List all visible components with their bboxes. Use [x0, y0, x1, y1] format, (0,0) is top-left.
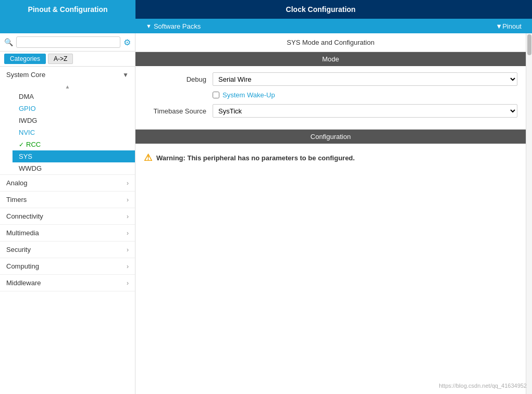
multimedia-label: Multimedia [6, 229, 39, 237]
warning-icon: ⚠ [144, 152, 152, 163]
sidebar-item-sys[interactable]: SYS [13, 150, 135, 162]
wakeup-row: System Wake-Up [213, 91, 517, 99]
timebase-row: Timebase Source SysTick TIM1 TIM2 [144, 104, 517, 118]
sidebar-item-computing[interactable]: Computing › [0, 258, 135, 275]
check-icon-rcc: ✓ [19, 141, 24, 148]
sidebar-item-iwdg[interactable]: IWDG [13, 115, 135, 126]
system-core-header[interactable]: System Core ▼ [0, 67, 135, 83]
pinout-button[interactable]: ▼ Pinout [485, 22, 532, 30]
system-core-items: DMA GPIO IWDG NVIC ✓ RCC SYS [0, 91, 135, 174]
chevron-right-middleware: › [127, 279, 129, 287]
security-label: Security [6, 246, 31, 253]
software-packs-label: Software Packs [154, 22, 201, 30]
chevron-down-icon-pinout: ▼ [496, 22, 502, 30]
software-packs-button[interactable]: ▼ Software Packs [135, 22, 211, 30]
pinout-label: Pinout [502, 22, 522, 30]
dma-label: DMA [19, 93, 34, 100]
tab-pinout[interactable]: Pinout & Configuration [0, 0, 135, 19]
content-area: SYS Mode and Configuration Mode Debug Se… [135, 33, 526, 394]
timers-label: Timers [6, 196, 27, 204]
category-tabs: Categories A->Z [0, 52, 135, 67]
computing-label: Computing [6, 262, 39, 270]
sidebar-item-security[interactable]: Security › [0, 242, 135, 258]
nvic-label: NVIC [19, 129, 35, 136]
tab-atoz[interactable]: A->Z [48, 54, 73, 64]
timebase-select[interactable]: SysTick TIM1 TIM2 [213, 104, 517, 118]
warning-box: ⚠ Warning: This peripheral has no parame… [144, 152, 517, 163]
chevron-right-timers: › [127, 196, 129, 204]
search-bar: 🔍 ⚙ [0, 33, 135, 52]
mode-section: Debug Serial Wire No Debug Trace Asynchr… [135, 66, 526, 130]
system-wakeup-checkbox[interactable] [213, 92, 219, 98]
search-icon: 🔍 [4, 38, 13, 46]
sidebar-item-wwdg[interactable]: WWDG [13, 162, 135, 174]
chevron-right-security: › [127, 246, 129, 253]
sys-label: SYS [19, 152, 32, 160]
sub-header: ▼ Software Packs ▼ Pinout [0, 19, 532, 33]
sidebar: 🔍 ⚙ Categories A->Z System Core ▼ ▲ DMA … [0, 33, 135, 394]
chevron-right-multimedia: › [127, 230, 129, 237]
rcc-label: RCC [26, 141, 41, 148]
wwdg-label: WWDG [19, 164, 42, 172]
content-title: SYS Mode and Configuration [135, 33, 526, 52]
warning-text: Warning: This peripheral has no paramete… [156, 154, 355, 162]
sidebar-item-multimedia[interactable]: Multimedia › [0, 225, 135, 242]
tab-extra [506, 0, 532, 19]
tab-clock[interactable]: Clock Configuration [135, 0, 506, 19]
sidebar-item-connectivity[interactable]: Connectivity › [0, 208, 135, 225]
iwdg-label: IWDG [19, 117, 37, 124]
gpio-label: GPIO [19, 105, 36, 112]
scrollbar-thumb[interactable] [527, 34, 531, 55]
debug-row: Debug Serial Wire No Debug Trace Asynchr… [144, 72, 517, 86]
chevron-down-icon: ▼ [146, 23, 152, 29]
analog-label: Analog [6, 179, 27, 187]
sidebar-item-timers[interactable]: Timers › [0, 192, 135, 208]
chevron-right-computing: › [127, 263, 129, 270]
scrollbar-track[interactable] [526, 33, 532, 394]
scroll-up-indicator: ▲ [0, 83, 135, 91]
sidebar-item-middleware[interactable]: Middleware › [0, 275, 135, 291]
tab-categories[interactable]: Categories [4, 54, 46, 64]
main-layout: 🔍 ⚙ Categories A->Z System Core ▼ ▲ DMA … [0, 33, 532, 394]
debug-select[interactable]: Serial Wire No Debug Trace Asynchronous … [213, 72, 517, 86]
mode-section-header: Mode [135, 52, 526, 66]
gear-icon[interactable]: ⚙ [123, 37, 131, 47]
sidebar-item-gpio[interactable]: GPIO [13, 103, 135, 115]
sidebar-item-analog[interactable]: Analog › [0, 175, 135, 192]
sidebar-item-dma[interactable]: DMA [13, 91, 135, 103]
chevron-right-analog: › [127, 180, 129, 187]
sidebar-item-nvic[interactable]: NVIC [13, 126, 135, 138]
debug-label: Debug [144, 75, 206, 83]
top-header: Pinout & Configuration Clock Configurati… [0, 0, 532, 19]
middleware-label: Middleware [6, 279, 41, 287]
search-input[interactable] [16, 36, 120, 48]
timebase-label: Timebase Source [144, 107, 206, 115]
system-wakeup-label: System Wake-Up [222, 91, 275, 99]
config-section: ⚠ Warning: This peripheral has no parame… [135, 144, 526, 172]
chevron-down-icon-system: ▼ [122, 71, 129, 79]
sidebar-item-rcc[interactable]: ✓ RCC [13, 138, 135, 150]
watermark: https://blog.csdn.net/qq_41634952 [439, 383, 527, 389]
system-core-section: System Core ▼ ▲ DMA GPIO IWDG NVIC ✓ [0, 67, 135, 175]
config-section-header: Configuration [135, 130, 526, 144]
chevron-right-connectivity: › [127, 213, 129, 220]
system-core-label: System Core [6, 71, 45, 79]
connectivity-label: Connectivity [6, 212, 43, 220]
